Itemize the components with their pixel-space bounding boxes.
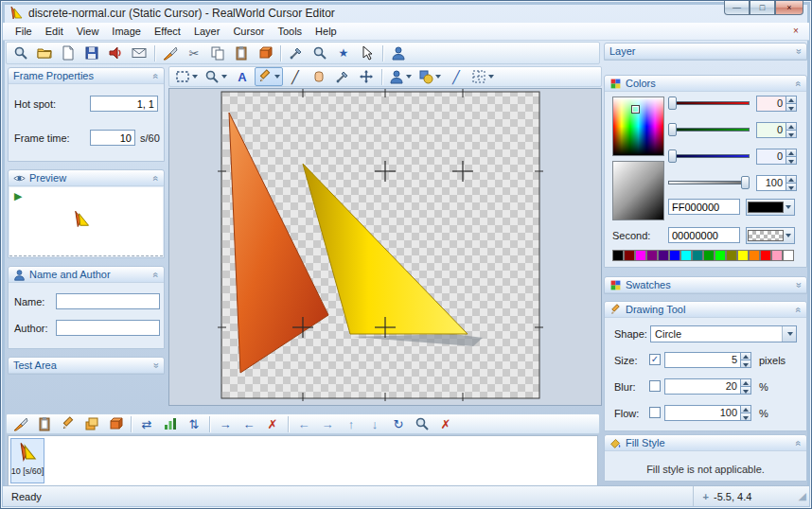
menu-cursor[interactable]: Cursor: [226, 24, 271, 39]
collapse-chevron-icon[interactable]: «: [794, 80, 804, 86]
hex-color-input[interactable]: [668, 199, 740, 215]
shift-up-button[interactable]: ↑: [340, 414, 362, 433]
collapse-chevron-icon[interactable]: «: [794, 440, 804, 446]
new-document-button[interactable]: [57, 44, 79, 62]
color-picker-button[interactable]: [285, 44, 308, 62]
dropdown-arrow-icon[interactable]: [435, 75, 441, 79]
duplicate-frame-button[interactable]: [80, 414, 103, 433]
spin-up-button[interactable]: [786, 175, 797, 184]
author-input[interactable]: [56, 320, 160, 336]
palette-swatch[interactable]: [612, 250, 624, 261]
size-checkbox[interactable]: ✓: [649, 354, 661, 365]
frame-item-selected[interactable]: 10 [s/60]: [10, 438, 44, 483]
package-frame-button[interactable]: [104, 414, 127, 433]
spin-down-button[interactable]: [786, 131, 797, 138]
cursor-test-button[interactable]: [386, 67, 415, 86]
expand-chevron-icon[interactable]: «: [794, 48, 804, 54]
palette-swatch[interactable]: [715, 250, 726, 261]
picker-tool-button[interactable]: [202, 67, 230, 86]
red-slider-handle[interactable]: [668, 97, 677, 110]
spin-up-button[interactable]: [786, 149, 797, 157]
flow-value[interactable]: 100: [664, 405, 741, 421]
name-author-header[interactable]: Name and Author «: [9, 267, 164, 283]
shift-left-button[interactable]: ←: [292, 414, 315, 433]
hue-saturation-picker[interactable]: [612, 97, 664, 156]
frame-list[interactable]: 10 [s/60]: [8, 435, 598, 486]
green-value[interactable]: 0: [756, 122, 786, 138]
spin-down-button[interactable]: [741, 387, 751, 395]
spin-down-button[interactable]: [741, 360, 751, 368]
palette-swatch[interactable]: [737, 250, 749, 261]
size-value[interactable]: 5: [664, 352, 741, 368]
minimize-button[interactable]: —: [724, 1, 750, 15]
spin-up-button[interactable]: [786, 122, 797, 131]
dropdown-arrow-icon[interactable]: [192, 75, 198, 79]
blue-track[interactable]: [668, 154, 750, 158]
palette-swatch[interactable]: [635, 250, 646, 261]
zoom-button[interactable]: [309, 44, 331, 62]
search-button[interactable]: [9, 44, 32, 62]
test-cursor-button[interactable]: [104, 44, 127, 62]
blur-value[interactable]: 20: [664, 378, 741, 395]
titlebar[interactable]: discrete-normal.cur (Static Cursor) - Re…: [3, 3, 809, 23]
red-slider[interactable]: [668, 97, 750, 110]
spin-down-button[interactable]: [786, 104, 797, 112]
wand-button[interactable]: ★: [332, 44, 355, 62]
select-tool-button[interactable]: [172, 67, 201, 86]
spin-up-button[interactable]: [741, 352, 751, 360]
line-tool-button[interactable]: ╱: [284, 67, 307, 86]
scissors-button[interactable]: ✂: [183, 44, 205, 62]
collapse-chevron-icon[interactable]: «: [794, 307, 804, 312]
menu-view[interactable]: View: [70, 24, 106, 39]
spin-down-button[interactable]: [786, 184, 797, 191]
blue-slider-handle[interactable]: [668, 149, 677, 163]
palette-swatch[interactable]: [726, 250, 737, 261]
fill-style-header[interactable]: Fill Style «: [605, 435, 806, 451]
hotspot-input[interactable]: [90, 96, 158, 112]
next-frame-button[interactable]: →: [214, 414, 237, 433]
delete-frame-button[interactable]: ✗: [261, 414, 284, 433]
palette-swatch[interactable]: [692, 250, 703, 261]
alpha-slider[interactable]: [668, 176, 750, 189]
cut-frame-button[interactable]: [9, 414, 32, 433]
shift-right-button[interactable]: →: [316, 414, 339, 433]
expand-chevron-icon[interactable]: «: [151, 362, 162, 368]
menu-help[interactable]: Help: [309, 24, 344, 39]
palette-swatch[interactable]: [783, 250, 794, 261]
palette-swatch[interactable]: [669, 250, 680, 261]
shape-combobox[interactable]: Circle: [650, 325, 797, 342]
blue-slider[interactable]: [668, 149, 750, 163]
combobox-dropdown-button[interactable]: [782, 326, 796, 342]
stroke-tool-button[interactable]: ╱: [445, 67, 468, 86]
author-button[interactable]: [387, 44, 410, 62]
save-button[interactable]: [80, 44, 103, 62]
palette-swatch[interactable]: [680, 250, 692, 261]
alpha-value[interactable]: 100: [756, 175, 786, 191]
send-mail-button[interactable]: [128, 44, 150, 62]
spin-up-button[interactable]: [741, 378, 751, 387]
edit-frame-button[interactable]: [57, 414, 79, 433]
menu-edit[interactable]: Edit: [39, 24, 70, 39]
red-track[interactable]: [668, 101, 750, 105]
open-button[interactable]: [33, 44, 56, 62]
dropdown-arrow-icon[interactable]: [786, 234, 791, 237]
paste-frame-button[interactable]: [33, 414, 56, 433]
name-input[interactable]: [56, 293, 160, 309]
dropdown-arrow-icon[interactable]: [221, 75, 227, 79]
palette-swatch[interactable]: [703, 250, 715, 261]
second-color-input[interactable]: [668, 227, 740, 243]
test-area-header[interactable]: Test Area «: [9, 358, 164, 374]
play-icon[interactable]: ▶: [14, 190, 22, 202]
hand-tool-button[interactable]: [308, 67, 330, 86]
swap-frames-button[interactable]: ⇄: [135, 414, 158, 433]
collapse-chevron-icon[interactable]: «: [151, 73, 162, 79]
clear-frame-button[interactable]: ✗: [434, 414, 457, 433]
green-slider-handle[interactable]: [668, 123, 677, 136]
preview-header[interactable]: Preview «: [9, 170, 164, 186]
package-button[interactable]: [254, 44, 276, 62]
text-tool-button[interactable]: A: [231, 67, 254, 86]
collapse-chevron-icon[interactable]: «: [151, 175, 162, 181]
blue-value[interactable]: 0: [756, 149, 786, 165]
flow-checkbox[interactable]: [649, 407, 661, 418]
luminance-picker[interactable]: [612, 161, 664, 220]
